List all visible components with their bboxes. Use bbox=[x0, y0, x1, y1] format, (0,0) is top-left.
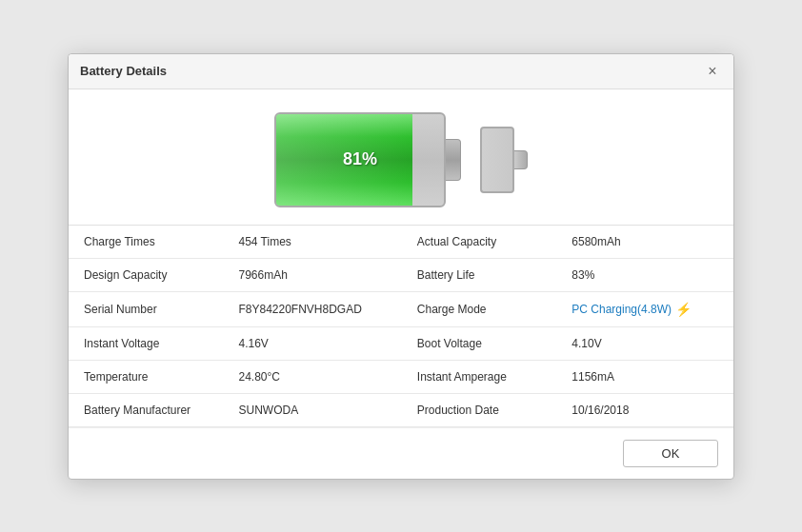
table-row: Design Capacity7966mAhBattery Life83% bbox=[69, 258, 733, 291]
battery-body: 81% bbox=[274, 112, 446, 207]
dialog-title: Battery Details bbox=[80, 64, 167, 78]
col2-value: PC Charging(4.8W)⚡ bbox=[556, 291, 733, 326]
table-row: Serial NumberF8Y84220FNVH8DGADCharge Mod… bbox=[69, 291, 733, 326]
col2-value: 10/16/2018 bbox=[556, 393, 733, 426]
dialog-footer: OK bbox=[69, 427, 733, 479]
col1-label: Design Capacity bbox=[69, 258, 223, 291]
battery-data-table: Charge Times454 TimesActual Capacity6580… bbox=[69, 225, 733, 427]
col2-label: Instant Amperage bbox=[402, 360, 556, 393]
col1-label: Instant Voltage bbox=[69, 326, 223, 360]
col2-label: Charge Mode bbox=[402, 291, 556, 326]
col2-label: Actual Capacity bbox=[402, 225, 556, 258]
battery-main: 81% bbox=[274, 112, 461, 207]
col2-value: 4.10V bbox=[556, 326, 733, 360]
col1-value: 24.80°C bbox=[223, 360, 401, 393]
col2-value: 1156mA bbox=[556, 360, 733, 393]
table-row: Charge Times454 TimesActual Capacity6580… bbox=[69, 225, 733, 258]
battery-visual-section: 81% bbox=[69, 89, 733, 225]
battery-tip bbox=[446, 139, 461, 181]
col2-label: Battery Life bbox=[402, 258, 556, 291]
table-row: Battery ManufacturerSUNWODAProduction Da… bbox=[69, 393, 733, 426]
battery-secondary bbox=[480, 127, 528, 193]
col2-label: Boot Voltage bbox=[402, 326, 556, 360]
table-row: Temperature24.80°CInstant Amperage1156mA bbox=[69, 360, 733, 393]
col1-value: 7966mAh bbox=[223, 258, 401, 291]
col1-label: Battery Manufacturer bbox=[69, 393, 223, 426]
col2-value: 83% bbox=[556, 258, 733, 291]
col1-value: F8Y84220FNVH8DGAD bbox=[223, 291, 401, 326]
col1-label: Serial Number bbox=[69, 291, 223, 326]
dialog-titlebar: Battery Details × bbox=[69, 54, 733, 89]
col1-value: SUNWODA bbox=[223, 393, 401, 426]
close-button[interactable]: × bbox=[703, 62, 722, 81]
battery-small-body bbox=[480, 127, 514, 193]
col1-value: 4.16V bbox=[223, 326, 401, 360]
col2-label: Production Date bbox=[402, 393, 556, 426]
lightning-icon: ⚡ bbox=[675, 302, 692, 317]
col1-value: 454 Times bbox=[223, 225, 401, 258]
col2-value: 6580mAh bbox=[556, 225, 733, 258]
battery-percent-label: 81% bbox=[276, 149, 444, 169]
table-row: Instant Voltage4.16VBoot Voltage4.10V bbox=[69, 326, 733, 360]
battery-small-tip bbox=[514, 150, 528, 169]
ok-button[interactable]: OK bbox=[623, 440, 718, 467]
battery-details-dialog: Battery Details × 81% Charge Times454 Ti… bbox=[68, 53, 734, 480]
charge-mode-value: PC Charging(4.8W)⚡ bbox=[571, 302, 718, 317]
col1-label: Temperature bbox=[69, 360, 223, 393]
col1-label: Charge Times bbox=[69, 225, 223, 258]
charge-mode-link[interactable]: PC Charging(4.8W) bbox=[571, 303, 672, 316]
